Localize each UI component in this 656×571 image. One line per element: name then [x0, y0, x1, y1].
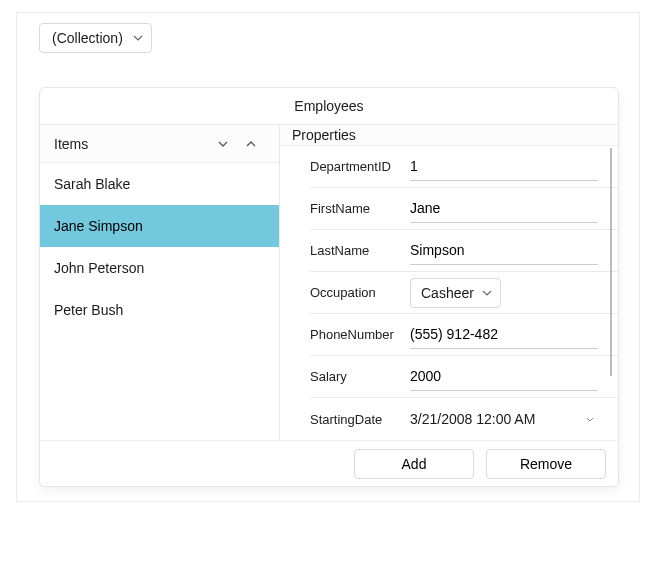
- property-label: FirstName: [310, 201, 410, 216]
- outer-panel: (Collection) Employees Items Sarah Blake: [16, 12, 640, 502]
- list-item[interactable]: Peter Bush: [40, 289, 279, 331]
- collection-dropdown[interactable]: (Collection): [39, 23, 152, 53]
- properties-column: Properties DepartmentID FirstName: [280, 125, 618, 440]
- collection-editor: Employees Items Sarah Blake Jane Simpson: [39, 87, 619, 487]
- move-down-button[interactable]: [209, 132, 237, 156]
- chevron-down-icon: [133, 35, 143, 41]
- list-item[interactable]: Sarah Blake: [40, 163, 279, 205]
- phone-number-input[interactable]: [410, 321, 598, 349]
- list-item[interactable]: Jane Simpson: [40, 205, 279, 247]
- last-name-input[interactable]: [410, 237, 598, 265]
- list-item-label: Peter Bush: [54, 302, 123, 318]
- list-item-label: Jane Simpson: [54, 218, 143, 234]
- property-row-phone: PhoneNumber: [310, 314, 618, 356]
- items-header: Items: [40, 125, 279, 163]
- property-row-occupation: Occupation Casheer: [310, 272, 618, 314]
- remove-button[interactable]: Remove: [486, 449, 606, 479]
- items-header-label: Items: [54, 136, 209, 152]
- editor-title: Employees: [40, 88, 618, 125]
- occupation-select[interactable]: Casheer: [410, 278, 501, 308]
- property-label: PhoneNumber: [310, 327, 410, 342]
- move-up-button[interactable]: [237, 132, 265, 156]
- occupation-select-value: Casheer: [421, 285, 474, 301]
- chevron-down-icon: [482, 290, 492, 296]
- items-column: Items Sarah Blake Jane Simpson John Pete…: [40, 125, 280, 440]
- properties-body: DepartmentID FirstName LastName: [280, 146, 618, 440]
- collection-dropdown-label: (Collection): [52, 30, 123, 46]
- starting-date-picker[interactable]: 3/21/2008 12:00 AM: [410, 404, 598, 434]
- property-row-last-name: LastName: [310, 230, 618, 272]
- list-item[interactable]: John Peterson: [40, 247, 279, 289]
- property-label: LastName: [310, 243, 410, 258]
- add-button[interactable]: Add: [354, 449, 474, 479]
- property-label: Occupation: [310, 285, 410, 300]
- chevron-down-icon: [586, 417, 594, 422]
- editor-footer: Add Remove: [40, 440, 618, 487]
- list-item-label: John Peterson: [54, 260, 144, 276]
- department-id-input[interactable]: [410, 153, 598, 181]
- starting-date-value: 3/21/2008 12:00 AM: [410, 411, 535, 427]
- scrollbar[interactable]: [610, 148, 612, 376]
- property-label: DepartmentID: [310, 159, 410, 174]
- editor-columns: Items Sarah Blake Jane Simpson John Pete…: [40, 125, 618, 440]
- property-row-department-id: DepartmentID: [310, 146, 618, 188]
- properties-header: Properties: [280, 125, 618, 146]
- property-row-starting-date: StartingDate 3/21/2008 12:00 AM: [310, 398, 618, 440]
- property-label: StartingDate: [310, 412, 410, 427]
- salary-input[interactable]: [410, 363, 598, 391]
- property-row-first-name: FirstName: [310, 188, 618, 230]
- first-name-input[interactable]: [410, 195, 598, 223]
- list-item-label: Sarah Blake: [54, 176, 130, 192]
- property-row-salary: Salary: [310, 356, 618, 398]
- property-label: Salary: [310, 369, 410, 384]
